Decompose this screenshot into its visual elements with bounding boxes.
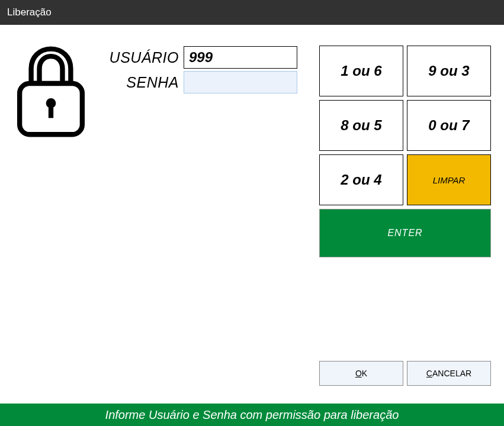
user-label: USUÁRIO: [107, 49, 184, 66]
cancel-button[interactable]: CANCELAR: [407, 361, 491, 386]
keypad-key-1[interactable]: 1 ou 6: [319, 46, 403, 96]
main-area: USUÁRIO SENHA 1 ou 6 9 ou 3 8 ou 5 0 ou …: [0, 25, 504, 404]
virtual-keypad: 1 ou 6 9 ou 3 8 ou 5 0 ou 7 2 ou 4 LIMPA…: [319, 46, 491, 257]
keypad-key-4[interactable]: 0 ou 7: [407, 100, 491, 151]
status-bar: Informe Usuário e Senha com permissão pa…: [0, 404, 504, 426]
keypad-key-5[interactable]: 2 ou 4: [319, 154, 403, 205]
lock-icon: [9, 46, 92, 143]
title-bar: Liberação: [0, 0, 504, 25]
user-input[interactable]: [184, 46, 297, 69]
ok-accelerator: O: [355, 369, 362, 378]
status-message: Informe Usuário e Senha com permissão pa…: [105, 408, 399, 422]
ok-button[interactable]: OK: [319, 361, 403, 386]
password-input[interactable]: [184, 71, 297, 93]
keypad-clear-button[interactable]: LIMPAR: [407, 154, 491, 205]
login-form: USUÁRIO SENHA: [107, 46, 297, 94]
keypad-key-3[interactable]: 8 ou 5: [319, 100, 403, 151]
cancel-accelerator: C: [426, 369, 432, 378]
keypad-key-2[interactable]: 9 ou 3: [407, 46, 491, 96]
password-label: SENHA: [107, 74, 184, 91]
dialog-buttons: OK CANCELAR: [319, 361, 491, 386]
svg-rect-2: [49, 105, 53, 118]
keypad-enter-button[interactable]: ENTER: [319, 209, 491, 257]
window-title: Liberação: [7, 7, 52, 18]
